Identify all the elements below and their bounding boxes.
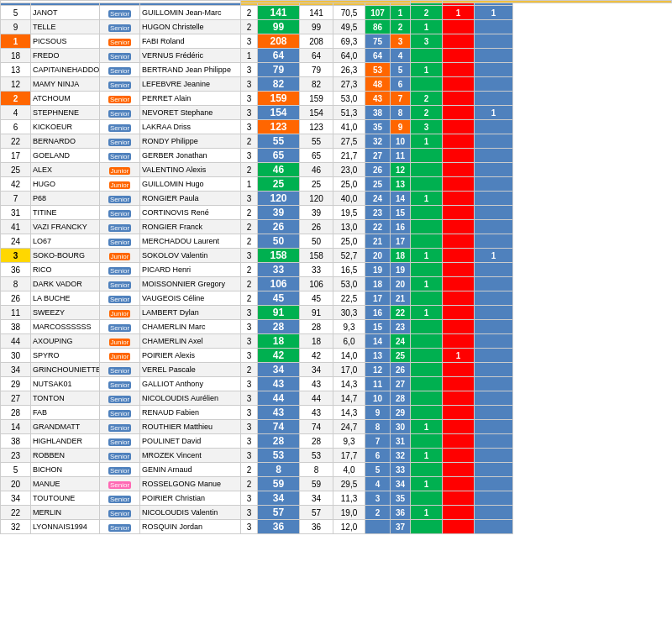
statut-cell: Senior — [100, 406, 140, 420]
points-cell: 53 — [365, 63, 391, 77]
score-cell: 36 — [258, 520, 300, 534]
table-row: 22 MERLIN Senior NICOLOUDIS Valentin 3 5… — [1, 506, 672, 520]
points-cell: 11 — [365, 377, 391, 391]
tables-cell — [411, 320, 443, 334]
moyenne-cell: 13,0 — [333, 220, 365, 234]
tables-cell — [411, 263, 443, 277]
score-cell: 25 — [258, 177, 300, 192]
pseudo-cell: SPYRO — [31, 349, 100, 363]
statut-cell: Senior — [100, 363, 140, 377]
score-cell: 18 — [258, 334, 300, 349]
points-cell: 86 — [365, 20, 391, 34]
points-cell: 75 — [365, 34, 391, 49]
points-cell: 8 — [365, 420, 391, 434]
tables-cell: 1 — [411, 63, 443, 77]
score-cell: 91 — [258, 306, 300, 320]
class-cell: 35 — [391, 491, 411, 506]
pseudo-cell: MANUE — [31, 477, 100, 491]
rank-cell: 14 — [1, 420, 31, 434]
moyenne-cell: 29,5 — [333, 477, 365, 491]
score-cell: 26 — [258, 220, 300, 234]
pseudo-cell: ATCHOUM — [31, 92, 100, 106]
statut-cell: Senior — [100, 234, 140, 249]
victoires-cell — [475, 291, 513, 306]
rank-cell: 17 — [1, 149, 31, 163]
tables-cell — [411, 77, 443, 92]
moyenne-cell: 51,3 — [333, 106, 365, 120]
nom-cell: CHAMERLIN Axel — [140, 334, 241, 349]
nb-cell: 2 — [241, 234, 258, 249]
nb-cell: 3 — [241, 491, 258, 506]
nb-cell: 2 — [241, 206, 258, 220]
statut-cell: Junior — [100, 249, 140, 263]
table-row: 22 BERNARDO Senior RONDY Philippe 2 55 5… — [1, 134, 672, 149]
score-cell: 74 — [258, 420, 300, 434]
victoires-cell — [475, 434, 513, 449]
statut-cell: Senior — [100, 491, 140, 506]
class-cell: 16 — [391, 220, 411, 234]
class-cell: 9 — [391, 120, 411, 134]
statut-cell: Junior — [100, 177, 140, 192]
moyenne-cell: 11,3 — [333, 491, 365, 506]
table-row: 27 TONTON Senior NICOLOUDIS Aurélien 3 4… — [1, 391, 672, 406]
bounty-cell — [443, 49, 475, 63]
nb-cell: 2 — [241, 220, 258, 234]
victoires-cell — [475, 20, 513, 34]
pseudo-cell: TELLE — [31, 20, 100, 34]
tables-cell — [411, 377, 443, 391]
rank-cell: 36 — [1, 263, 31, 277]
points-cell: 7 — [365, 434, 391, 449]
total-cell: 18 — [300, 334, 333, 349]
points-cell: 13 — [365, 349, 391, 363]
moyenne-cell: 19,5 — [333, 206, 365, 220]
nom-cell: LEFEBVRE Jeanine — [140, 77, 241, 92]
victoires-cell — [475, 34, 513, 49]
points-cell: 19 — [365, 263, 391, 277]
nom-cell: PICARD Henri — [140, 263, 241, 277]
nom-cell: GENIN Arnaud — [140, 463, 241, 477]
pseudo-cell: LYONNAIS1994 — [31, 520, 100, 534]
class-cell: 37 — [391, 520, 411, 534]
class-cell: 22 — [391, 306, 411, 320]
total-cell: 120 — [300, 192, 333, 206]
bounty-cell — [443, 106, 475, 120]
tables-cell — [411, 220, 443, 234]
victoires-cell — [475, 391, 513, 406]
nb-cell: 3 — [241, 149, 258, 163]
class-cell: 21 — [391, 291, 411, 306]
tables-cell — [411, 391, 443, 406]
pseudo-cell: MAMY NINJA — [31, 77, 100, 92]
statut-cell: Senior — [100, 263, 140, 277]
total-cell: 33 — [300, 263, 333, 277]
victoires-cell — [475, 363, 513, 377]
total-cell: 43 — [300, 377, 333, 391]
pseudo-cell: BERNARDO — [31, 134, 100, 149]
bounty-cell — [443, 234, 475, 249]
total-cell: 159 — [300, 92, 333, 106]
bounty-cell — [443, 363, 475, 377]
moyenne-cell: 41,0 — [333, 120, 365, 134]
class-cell: 36 — [391, 506, 411, 520]
score-cell: 8 — [258, 463, 300, 477]
points-cell: 6 — [365, 449, 391, 463]
bounty-cell — [443, 63, 475, 77]
pseudo-cell: TOUTOUNE — [31, 491, 100, 506]
tables-cell: 3 — [411, 120, 443, 134]
moyenne-cell: 6,0 — [333, 334, 365, 349]
moyenne-cell: 70,5 — [333, 6, 365, 20]
nb-cell: 1 — [241, 177, 258, 192]
tables-cell — [411, 434, 443, 449]
pseudo-cell: AXOUPING — [31, 334, 100, 349]
nb-cell: 2 — [241, 363, 258, 377]
victoires-cell — [475, 163, 513, 177]
nb-cell: 3 — [241, 449, 258, 463]
points-cell: 5 — [365, 463, 391, 477]
statut-cell: Senior — [100, 220, 140, 234]
victoires-cell: 1 — [475, 249, 513, 263]
statut-cell: Senior — [100, 77, 140, 92]
bounty-cell — [443, 92, 475, 106]
pseudo-cell: GRINCHOUNIETTE — [31, 363, 100, 377]
nom-cell: NICOLOUDIS Aurélien — [140, 391, 241, 406]
nom-cell: GUILLOMIN Hugo — [140, 177, 241, 192]
class-cell: 20 — [391, 277, 411, 291]
